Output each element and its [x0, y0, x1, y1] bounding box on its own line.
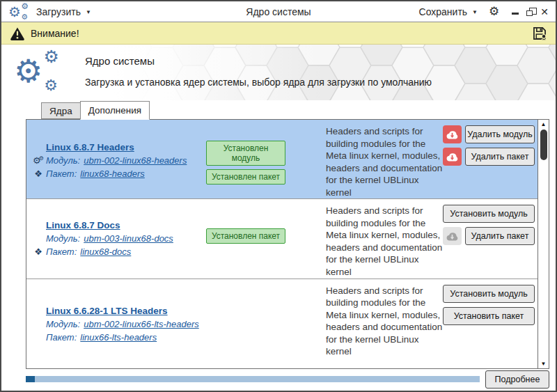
status-badge: Установлен пакет	[206, 228, 285, 244]
kernel-info: Linux 6.6.28-1 LTS Headers Модуль: ubm-0…	[31, 279, 206, 368]
kernel-title-link[interactable]: Linux 6.8.7 Docs	[46, 220, 120, 230]
scroll-thumb[interactable]	[540, 130, 547, 160]
chevron-down-icon: ▼	[472, 9, 478, 15]
status-badges: Установлен модуль Установлен пакет	[206, 120, 294, 198]
kernel-description: Headers and scripts for building modules…	[326, 120, 443, 198]
addons-list: Linux 6.8.7 Headers ⚙⚙ Модуль: ubm-002-l…	[26, 119, 549, 369]
module-gears-icon: ⚙⚙	[31, 156, 46, 165]
status-badge: Установлен модуль	[206, 141, 285, 166]
kernel-info: Linux 6.8.7 Headers ⚙⚙ Модуль: ubm-002-l…	[31, 120, 206, 198]
remove-module-button[interactable]: Удалить модуль	[465, 125, 535, 143]
save-menu-label: Сохранить	[419, 6, 468, 17]
cloud-download-icon	[446, 130, 459, 140]
list-item[interactable]: Linux 6.6.28-1 LTS Headers Модуль: ubm-0…	[26, 279, 538, 368]
hex-fade-overlay	[110, 45, 556, 100]
package-icon: ❖	[31, 169, 46, 178]
remove-package-button[interactable]: Удалить пакет	[465, 227, 535, 245]
package-link[interactable]: linux66-lts-headers	[80, 332, 157, 343]
tab-strip: Ядра Дополнения	[1, 100, 556, 119]
package-link[interactable]: linux68-headers	[80, 168, 145, 179]
app-window: ⚙⚙⚙ Загрузить ▼ Ядро системы Сохранить ▼…	[0, 0, 557, 392]
kernel-title-link[interactable]: Linux 6.8.7 Headers	[46, 142, 134, 152]
kernel-description: Headers and scripts for building modules…	[326, 199, 443, 278]
kernel-gears-icon: ⚙⚙⚙	[14, 50, 63, 95]
footer: Подробнее	[1, 369, 556, 391]
scroll-down-button[interactable]: ▼	[538, 359, 549, 368]
tab-addons[interactable]: Дополнения	[80, 101, 150, 120]
status-badges: Установлен пакет	[206, 199, 294, 278]
page-header: ⚙⚙⚙ Ядро системы Загрузка и установка яд…	[1, 45, 556, 100]
floppy-save-icon	[532, 26, 547, 41]
save-menu-button[interactable]: Сохранить ▼	[419, 6, 478, 17]
details-button[interactable]: Подробнее	[485, 370, 549, 389]
minimize-button[interactable]	[512, 13, 519, 15]
app-gears-logo-icon: ⚙⚙⚙	[8, 3, 31, 21]
cloud-download-icon	[446, 231, 459, 242]
cloud-download-gray-icon-button[interactable]	[443, 227, 462, 245]
install-module-button[interactable]: Установить модуль	[443, 205, 535, 223]
warning-bar: Внимание!	[1, 22, 556, 45]
install-package-button[interactable]: Установить пакет	[443, 307, 535, 325]
status-badges	[206, 279, 294, 368]
close-button[interactable]: ✕	[540, 7, 549, 17]
module-link[interactable]: ubm-002-linux66-lts-headers	[84, 319, 198, 329]
module-label: Модуль:	[46, 155, 80, 166]
titlebar: ⚙⚙⚙ Загрузить ▼ Ядро системы Сохранить ▼…	[1, 1, 556, 22]
action-buttons: Установить модуль Установить пакет	[443, 279, 535, 368]
progress-fill	[26, 376, 35, 382]
module-link[interactable]: ubm-002-linux68-headers	[84, 155, 187, 166]
progress-bar	[26, 376, 480, 382]
kernel-info: Linux 6.8.7 Docs Модуль: ubm-003-linux68…	[31, 199, 206, 278]
warning-text: Внимание!	[31, 28, 79, 39]
cloud-download-icon	[446, 152, 459, 162]
package-link[interactable]: linux68-docs	[80, 246, 131, 257]
scroll-up-button[interactable]: ▲	[538, 120, 549, 129]
action-buttons: Установить модуль Удалить пакет	[443, 199, 535, 278]
settings-gear-icon[interactable]: ⚙	[489, 6, 499, 17]
kernel-title-link[interactable]: Linux 6.6.28-1 LTS Headers	[46, 306, 168, 316]
package-label: Пакет:	[46, 246, 77, 257]
load-menu-button[interactable]: Загрузить ▼	[36, 6, 91, 17]
module-link[interactable]: ubm-003-linux68-docs	[84, 233, 173, 244]
remove-package-button[interactable]: Удалить пакет	[465, 148, 535, 166]
cloud-download-red-icon-button[interactable]	[443, 148, 462, 166]
module-label: Модуль:	[46, 233, 80, 244]
page-title: Ядро системы	[85, 55, 155, 67]
package-label: Пакет:	[46, 332, 77, 343]
chevron-down-icon: ▼	[86, 9, 91, 15]
package-label: Пакет:	[46, 168, 77, 179]
status-badge: Установлен пакет	[206, 169, 285, 185]
install-module-button[interactable]: Установить модуль	[443, 285, 535, 303]
tab-kernels[interactable]: Ядра	[41, 102, 81, 119]
warning-triangle-icon	[10, 26, 25, 40]
list-item[interactable]: Linux 6.8.7 Docs Модуль: ubm-003-linux68…	[26, 199, 538, 279]
module-label: Модуль:	[46, 319, 80, 329]
action-buttons: Удалить модуль Удалить пакет	[443, 120, 535, 198]
cloud-download-red-icon-button[interactable]	[443, 125, 462, 143]
maximize-button[interactable]	[526, 10, 533, 16]
save-settings-button[interactable]	[532, 26, 547, 41]
list-item[interactable]: Linux 6.8.7 Headers ⚙⚙ Модуль: ubm-002-l…	[26, 120, 538, 199]
kernel-description: Headers and scripts for building modules…	[326, 279, 443, 368]
load-menu-label: Загрузить	[36, 6, 81, 17]
package-icon: ❖	[31, 247, 46, 256]
page-subtitle: Загрузка и установка ядер системы, выбор…	[85, 77, 432, 88]
scrollbar[interactable]: ▲ ▼	[538, 120, 549, 368]
